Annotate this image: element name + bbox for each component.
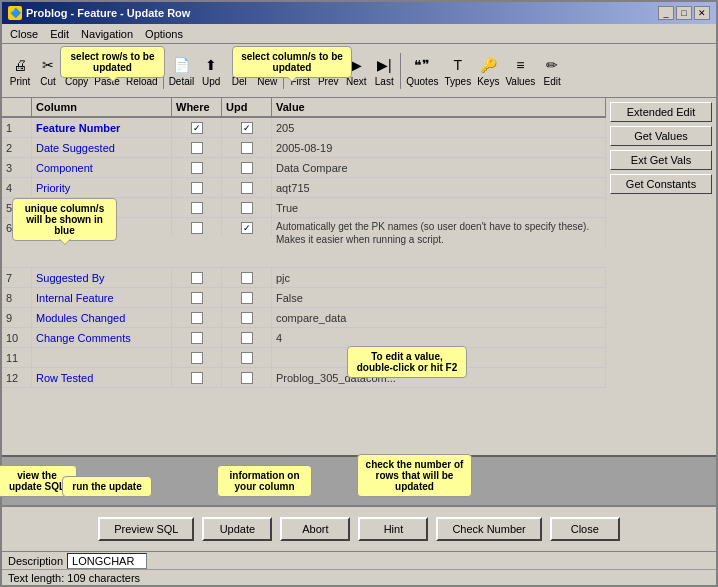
table-row[interactable]: 10 Change Comments 4 (2, 328, 606, 348)
types-button[interactable]: T Types (441, 52, 474, 89)
where-check-icon (191, 372, 203, 384)
upd-checkbox[interactable] (222, 268, 272, 287)
detail-button[interactable]: 📄 Detail (166, 52, 198, 89)
menu-navigation[interactable]: Navigation (75, 26, 139, 42)
last-button[interactable]: ▶| Last (370, 52, 398, 89)
close-window-button[interactable]: ✕ (694, 6, 710, 20)
table-row[interactable]: 9 Modules Changed compare_data (2, 308, 606, 328)
where-check-icon (191, 182, 203, 194)
table-row[interactable]: 3 Component Data Compare (2, 158, 606, 178)
table-row[interactable]: 4 Priority aqt715 (2, 178, 606, 198)
values-icon: ≡ (509, 54, 531, 76)
check-number-button[interactable]: Check Number (436, 517, 541, 541)
row-num: 4 (2, 178, 32, 197)
separator-area: view the update SQL run the update infor… (2, 455, 716, 505)
table-row[interactable]: 8 Internal Feature False (2, 288, 606, 308)
hint-button[interactable]: Hint (358, 517, 428, 541)
upd-checkbox[interactable] (222, 348, 272, 367)
value-cell: Data Compare (272, 158, 606, 177)
menu-options[interactable]: Options (139, 26, 189, 42)
maximize-button[interactable]: □ (676, 6, 692, 20)
bottom-status: Text length: 109 characters (2, 569, 716, 585)
get-constants-button[interactable]: Get Constants (610, 174, 712, 194)
where-check-icon (191, 222, 203, 234)
extended-edit-button[interactable]: Extended Edit (610, 102, 712, 122)
values-button[interactable]: ≡ Values (502, 52, 538, 89)
table-row[interactable]: 2 Date Suggested 2005-08-19 (2, 138, 606, 158)
status-type: LONGCHAR (67, 553, 147, 569)
where-checkbox[interactable] (172, 158, 222, 177)
app-icon: 🔷 (8, 6, 22, 20)
where-checkbox[interactable] (172, 198, 222, 217)
upd-checkbox[interactable] (222, 368, 272, 387)
abort-button[interactable]: Abort (280, 517, 350, 541)
quotes-button[interactable]: ❝❞ Quotes (403, 52, 441, 89)
upd-check-icon (241, 272, 253, 284)
print-icon: 🖨 (9, 54, 31, 76)
upd-checkbox[interactable] (222, 218, 272, 236)
upd-check-icon (241, 202, 253, 214)
upd-checkbox[interactable] (222, 158, 272, 177)
column-name: Modules Changed (32, 308, 172, 327)
print-button[interactable]: 🖨 Print (6, 52, 34, 89)
table-row[interactable]: 12 Row Tested Problog_305_datacom... (2, 368, 606, 388)
minimize-button[interactable]: _ (658, 6, 674, 20)
menu-bar: Close Edit Navigation Options (2, 24, 716, 44)
where-checkbox[interactable] (172, 268, 222, 287)
menu-close[interactable]: Close (4, 26, 44, 42)
ext-get-vals-button[interactable]: Ext Get Vals (610, 150, 712, 170)
quotes-label: Quotes (406, 76, 438, 87)
where-checkbox[interactable] (172, 308, 222, 327)
upd-checkbox[interactable] (222, 198, 272, 217)
title-controls: _ □ ✕ (658, 6, 710, 20)
title-bar: 🔷 Problog - Feature - Update Row _ □ ✕ (2, 2, 716, 24)
column-name (32, 348, 172, 367)
upd-checkbox[interactable] (222, 308, 272, 327)
where-checkbox[interactable] (172, 368, 222, 387)
upd-checkbox[interactable] (222, 118, 272, 137)
main-window: 🔷 Problog - Feature - Update Row _ □ ✕ C… (0, 0, 718, 587)
upd-check-icon (241, 182, 253, 194)
upd-checkbox[interactable] (222, 138, 272, 157)
update-button[interactable]: Update (202, 517, 272, 541)
value-cell: compare_data (272, 308, 606, 327)
where-checkbox[interactable] (172, 288, 222, 307)
column-name: Suggested By (32, 268, 172, 287)
toolbar: 🖨 Print ✂ Cut 📋 Copy 📌 Paste 🔄 Reload 📄 … (2, 44, 716, 98)
keys-button[interactable]: 🔑 Keys (474, 52, 502, 89)
where-checkbox[interactable] (172, 218, 222, 236)
value-cell: True (272, 198, 606, 217)
where-checkbox[interactable] (172, 348, 222, 367)
upd-check-icon (241, 222, 253, 234)
where-checkbox[interactable] (172, 118, 222, 137)
upd-button[interactable]: ⬆ Upd (197, 52, 225, 89)
header-num (2, 98, 32, 117)
upd-check-icon (241, 312, 253, 324)
table-row[interactable]: 7 Suggested By pjc (2, 268, 606, 288)
value-cell: 2005-08-19 (272, 138, 606, 157)
upd-checkbox[interactable] (222, 178, 272, 197)
where-checkbox[interactable] (172, 328, 222, 347)
upd-checkbox[interactable] (222, 328, 272, 347)
table-header: Column Where Upd Value (2, 98, 606, 118)
row-num: 7 (2, 268, 32, 287)
where-checkbox[interactable] (172, 138, 222, 157)
cut-label: Cut (40, 76, 56, 87)
callout-unique-cols: unique column/s will be shown in blue (12, 198, 117, 241)
table-row[interactable]: 11 (2, 348, 606, 368)
upd-checkbox[interactable] (222, 288, 272, 307)
edit-toolbar-button[interactable]: ✏ Edit (538, 52, 566, 89)
row-num: 2 (2, 138, 32, 157)
menu-edit[interactable]: Edit (44, 26, 75, 42)
row-num: 3 (2, 158, 32, 177)
get-values-button[interactable]: Get Values (610, 126, 712, 146)
header-column: Column (32, 98, 172, 117)
cut-button[interactable]: ✂ Cut (34, 52, 62, 89)
close-dialog-button[interactable]: Close (550, 517, 620, 541)
column-name: Date Suggested (32, 138, 172, 157)
last-label: Last (375, 76, 394, 87)
where-checkbox[interactable] (172, 178, 222, 197)
types-label: Types (444, 76, 471, 87)
table-row[interactable]: 1 Feature Number 205 (2, 118, 606, 138)
preview-sql-button[interactable]: Preview SQL (98, 517, 194, 541)
